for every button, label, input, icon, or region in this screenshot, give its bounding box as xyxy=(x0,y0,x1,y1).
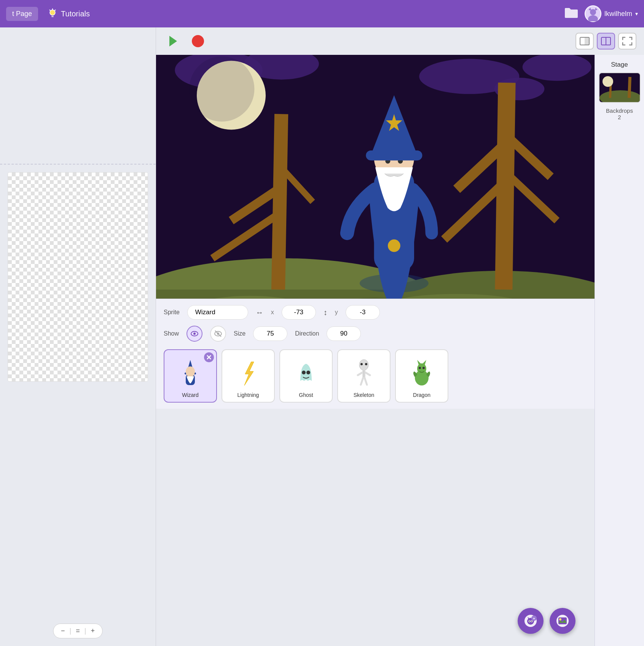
stage-area-wrap: Sprite ↔ x ↕ y Show xyxy=(156,55,644,646)
avatar xyxy=(585,5,601,22)
svg-point-91 xyxy=(531,621,532,622)
svg-point-78 xyxy=(422,367,425,369)
ghost-sprite-label: Ghost xyxy=(299,392,313,398)
view-small-button[interactable] xyxy=(575,33,594,50)
view-split-icon xyxy=(601,37,611,46)
green-flag-button[interactable] xyxy=(164,31,183,51)
svg-point-41 xyxy=(388,240,400,252)
folder-button[interactable] xyxy=(564,6,579,21)
sprite-delete-button[interactable] xyxy=(204,352,214,362)
svg-line-29 xyxy=(278,114,281,289)
zoom-out-button[interactable]: − xyxy=(58,626,68,636)
y-axis-icon: ↕ xyxy=(324,308,327,317)
topbar-left: t Page Tutorials xyxy=(6,7,90,21)
svg-point-90 xyxy=(529,621,530,622)
svg-point-60 xyxy=(186,366,195,377)
svg-point-65 xyxy=(360,363,363,365)
view-small-icon xyxy=(579,37,590,46)
stop-icon xyxy=(191,34,205,48)
page-button[interactable]: t Page xyxy=(6,7,38,21)
svg-line-71 xyxy=(361,378,363,385)
sprite-card-ghost[interactable]: Ghost xyxy=(279,349,333,403)
backdrop-icon xyxy=(555,614,570,628)
folder-icon xyxy=(564,6,579,19)
svg-point-11 xyxy=(192,35,204,47)
stage-toolbar xyxy=(156,27,644,55)
show-label: Show xyxy=(164,330,179,337)
view-split-button[interactable] xyxy=(597,33,615,50)
zoom-divider: | xyxy=(70,627,72,635)
lightning-sprite-image xyxy=(233,356,263,390)
zoom-in-button[interactable]: + xyxy=(88,626,98,636)
show-visible-button[interactable] xyxy=(187,326,202,342)
bottom-panel: Sprite ↔ x ↕ y Show xyxy=(156,299,595,409)
skeleton-sprite-label: Skeleton xyxy=(354,392,374,398)
fab-area xyxy=(518,608,575,634)
dragon-sprite-image xyxy=(406,356,437,390)
left-panel-top xyxy=(0,27,156,165)
tutorials-button[interactable]: Tutorials xyxy=(47,8,90,19)
stage-view-controls xyxy=(575,33,636,50)
direction-label: Direction xyxy=(295,330,319,337)
sprite-name-input[interactable] xyxy=(187,305,248,320)
x-axis-icon: ↔ xyxy=(256,308,263,317)
sprite-card-skeleton[interactable]: Skeleton xyxy=(337,349,391,403)
svg-point-96 xyxy=(559,618,561,620)
svg-line-69 xyxy=(358,373,362,375)
stop-button[interactable] xyxy=(188,31,208,51)
sprite-card-dragon[interactable]: Dragon xyxy=(395,349,448,403)
show-hidden-button[interactable] xyxy=(210,326,226,342)
size-label: Size xyxy=(234,330,245,337)
green-flag-icon xyxy=(166,34,181,48)
zoom-controls: − | = | + xyxy=(53,624,103,638)
backdrops-count: 2 xyxy=(618,114,621,120)
sprite-info-row: Sprite ↔ x ↕ y xyxy=(164,305,587,320)
stage-label: Stage xyxy=(611,61,628,69)
svg-line-3 xyxy=(55,10,56,11)
lightning-sprite-label: Lightning xyxy=(238,392,259,398)
avatar-icon xyxy=(585,6,601,21)
skeleton-sprite-image xyxy=(349,356,379,390)
stage-scene-svg xyxy=(156,55,595,299)
dragon-sprite-label: Dragon xyxy=(413,392,430,398)
svg-point-23 xyxy=(189,56,254,122)
svg-point-66 xyxy=(365,363,367,365)
right-content: Sprite ↔ x ↕ y Show xyxy=(156,27,644,646)
delete-icon xyxy=(206,355,212,360)
svg-marker-10 xyxy=(169,36,177,46)
svg-line-82 xyxy=(629,77,630,98)
y-label: y xyxy=(335,309,338,316)
ghost-sprite-image xyxy=(291,356,321,390)
stage-thumbnail[interactable] xyxy=(599,72,641,103)
y-coord-input[interactable] xyxy=(346,305,380,320)
add-backdrop-fab[interactable] xyxy=(550,608,575,634)
backdrops-label: Backdrops xyxy=(606,107,633,114)
fullscreen-icon xyxy=(622,37,633,46)
user-area[interactable]: lkwilhelm ▾ xyxy=(585,5,638,22)
x-coord-input[interactable] xyxy=(282,305,316,320)
svg-line-4 xyxy=(50,10,51,11)
show-size-direction-row: Show xyxy=(164,326,587,342)
sprite-card-wizard[interactable]: Wizard xyxy=(164,349,217,403)
wizard-sprite-image xyxy=(175,356,206,390)
direction-input[interactable] xyxy=(327,326,361,341)
main-layout: − | = | + xyxy=(0,27,644,646)
svg-point-63 xyxy=(306,371,310,374)
svg-point-51 xyxy=(193,333,196,335)
svg-point-62 xyxy=(302,371,306,374)
add-sprite-fab[interactable] xyxy=(518,608,544,634)
user-name: lkwilhelm xyxy=(604,10,632,18)
fullscreen-button[interactable] xyxy=(618,33,636,50)
svg-rect-1 xyxy=(51,16,54,17)
zoom-divider2: | xyxy=(84,627,86,635)
svg-rect-46 xyxy=(366,150,422,160)
size-input[interactable] xyxy=(253,326,287,341)
left-panel-bottom: − | = | + xyxy=(0,165,156,646)
svg-marker-61 xyxy=(244,362,254,385)
zoom-reset-button[interactable]: = xyxy=(73,626,83,636)
svg-line-72 xyxy=(365,378,367,385)
svg-line-70 xyxy=(365,373,370,375)
svg-point-64 xyxy=(359,360,368,370)
sprite-card-lightning[interactable]: Lightning xyxy=(222,349,275,403)
bulb-icon xyxy=(47,8,58,19)
